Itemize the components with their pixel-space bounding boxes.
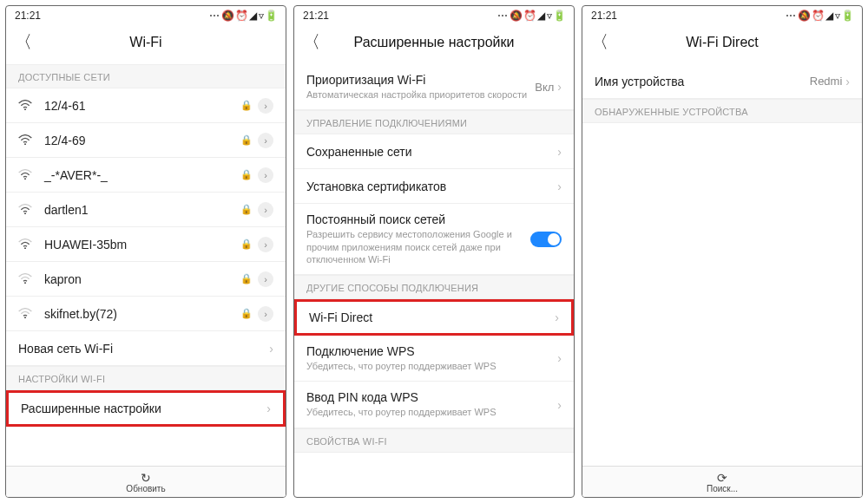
status-time: 21:21 bbox=[303, 10, 329, 22]
network-row[interactable]: kapron 🔒 › bbox=[6, 262, 286, 297]
chevron-right-icon: › bbox=[557, 80, 562, 94]
priority-value: Вкл bbox=[535, 81, 554, 94]
refresh-button[interactable]: ↻ Обновить bbox=[6, 466, 286, 497]
chevron-right-icon: › bbox=[557, 351, 562, 365]
scan-toggle[interactable] bbox=[530, 232, 562, 247]
screen-wifi: 21:21 ⋯ 🔕 ⏰ ◢ ▿ 🔋 〈 Wi-Fi ДОСТУПНЫЕ СЕТИ… bbox=[5, 5, 286, 498]
wifi-icon bbox=[18, 168, 36, 182]
network-row[interactable]: HUAWEI-35bm 🔒 › bbox=[6, 227, 286, 262]
new-network-label: Новая сеть Wi-Fi bbox=[18, 342, 269, 356]
chevron-right-icon: › bbox=[557, 145, 562, 159]
device-name-row[interactable]: Имя устройства Redmi › bbox=[582, 64, 862, 99]
network-name: _-*AVER*-_ bbox=[44, 168, 240, 182]
status-icons: ⋯ 🔕 ⏰ ◢ ▿ 🔋 bbox=[786, 10, 853, 22]
search-icon: ⟳ bbox=[717, 472, 727, 484]
svg-point-4 bbox=[24, 247, 26, 249]
search-button[interactable]: ⟳ Поиск... bbox=[582, 466, 862, 497]
section-available: ДОСТУПНЫЕ СЕТИ bbox=[6, 64, 286, 88]
refresh-icon: ↻ bbox=[141, 472, 151, 484]
advanced-settings-row[interactable]: Расширенные настройки › bbox=[6, 390, 286, 427]
lock-icon: 🔒 bbox=[240, 273, 253, 284]
network-row[interactable]: _-*AVER*-_ 🔒 › bbox=[6, 158, 286, 193]
network-name: 12/4-61 bbox=[44, 99, 240, 113]
chevron-right-icon[interactable]: › bbox=[258, 237, 273, 252]
chevron-right-icon[interactable]: › bbox=[258, 98, 273, 114]
network-name: kapron bbox=[44, 272, 240, 286]
section-props: СВОЙСТВА WI-FI bbox=[294, 428, 574, 453]
section-found: ОБНАРУЖЕННЫЕ УСТРОЙСТВА bbox=[582, 99, 862, 123]
chevron-right-icon: › bbox=[557, 398, 562, 412]
status-time: 21:21 bbox=[591, 10, 617, 22]
svg-point-1 bbox=[24, 143, 26, 145]
lock-icon: 🔒 bbox=[240, 238, 253, 250]
wps-row[interactable]: Подключение WPS Убедитесь, что роутер по… bbox=[294, 336, 574, 382]
svg-point-5 bbox=[24, 282, 26, 284]
chevron-right-icon[interactable]: › bbox=[258, 167, 273, 183]
install-certs-row[interactable]: Установка сертификатов › bbox=[294, 169, 574, 204]
always-scan-row[interactable]: Постоянный поиск сетей Разрешить сервису… bbox=[294, 204, 574, 275]
wifi-icon bbox=[18, 272, 36, 286]
priority-row[interactable]: Приоритизация Wi-Fi Автоматическая настр… bbox=[294, 64, 574, 110]
search-label: Поиск... bbox=[707, 484, 738, 493]
priority-sub: Автоматическая настройка приоритетов ско… bbox=[306, 88, 535, 101]
lock-icon: 🔒 bbox=[240, 100, 253, 111]
status-bar: 21:21 ⋯ 🔕 ⏰ ◢ ▿ 🔋 bbox=[582, 6, 862, 23]
screen-wifi-direct: 21:21 ⋯ 🔕 ⏰ ◢ ▿ 🔋 〈 Wi-Fi Direct Имя уст… bbox=[582, 5, 863, 498]
page-title: Расширенные настройки bbox=[303, 35, 565, 50]
wifi-direct-label: Wi-Fi Direct bbox=[309, 310, 555, 324]
wps-pin-row[interactable]: Ввод PIN кода WPS Убедитесь, что роутер … bbox=[294, 382, 574, 428]
device-name-label: Имя устройства bbox=[595, 75, 810, 88]
chevron-right-icon: › bbox=[266, 402, 271, 415]
advanced-label: Расширенные настройки bbox=[21, 402, 266, 415]
svg-point-6 bbox=[24, 317, 26, 318]
wifi-icon bbox=[18, 238, 36, 252]
svg-point-2 bbox=[24, 178, 26, 180]
section-settings: НАСТРОЙКИ WI-FI bbox=[6, 366, 286, 390]
section-conn: УПРАВЛЕНИЕ ПОДКЛЮЧЕНИЯМИ bbox=[294, 110, 574, 134]
network-row[interactable]: skifnet.by(72) 🔒 › bbox=[6, 297, 286, 331]
lock-icon: 🔒 bbox=[240, 308, 253, 319]
chevron-right-icon[interactable]: › bbox=[258, 133, 273, 148]
header: 〈 Wi-Fi bbox=[6, 23, 286, 64]
saved-networks-row[interactable]: Сохраненные сети › bbox=[294, 134, 574, 169]
wifi-icon bbox=[18, 134, 36, 147]
header: 〈 Wi-Fi Direct bbox=[582, 23, 862, 64]
wps-label: Подключение WPS bbox=[306, 344, 557, 358]
chevron-right-icon[interactable]: › bbox=[258, 202, 273, 218]
scan-sub: Разрешить сервису местоположения Google … bbox=[306, 228, 530, 265]
network-name: HUAWEI-35bm bbox=[44, 238, 240, 252]
new-network-row[interactable]: Новая сеть Wi-Fi › bbox=[6, 331, 286, 366]
saved-label: Сохраненные сети bbox=[306, 145, 557, 159]
network-row[interactable]: 12/4-61 🔒 › bbox=[6, 88, 286, 123]
header: 〈 Расширенные настройки bbox=[294, 23, 574, 64]
chevron-right-icon[interactable]: › bbox=[258, 306, 273, 322]
network-name: 12/4-69 bbox=[44, 134, 240, 147]
certs-label: Установка сертификатов bbox=[306, 180, 557, 193]
lock-icon: 🔒 bbox=[240, 169, 253, 180]
section-other: ДРУГИЕ СПОСОБЫ ПОДКЛЮЧЕНИЯ bbox=[294, 275, 574, 299]
status-icons: ⋯ 🔕 ⏰ ◢ ▿ 🔋 bbox=[497, 10, 565, 22]
chevron-right-icon: › bbox=[269, 342, 273, 356]
svg-point-3 bbox=[24, 212, 26, 214]
network-row[interactable]: dartlen1 🔒 › bbox=[6, 193, 286, 227]
svg-point-0 bbox=[24, 108, 26, 110]
chevron-right-icon: › bbox=[557, 180, 562, 193]
wifi-icon bbox=[18, 307, 36, 321]
wifi-direct-row[interactable]: Wi-Fi Direct › bbox=[294, 299, 574, 336]
status-icons: ⋯ 🔕 ⏰ ◢ ▿ 🔋 bbox=[209, 10, 277, 22]
lock-icon: 🔒 bbox=[240, 134, 253, 146]
wifi-icon bbox=[18, 203, 36, 217]
network-row[interactable]: 12/4-69 🔒 › bbox=[6, 123, 286, 158]
chevron-right-icon: › bbox=[555, 310, 559, 324]
scan-label: Постоянный поиск сетей bbox=[306, 212, 530, 226]
wps-pin-sub: Убедитесь, что роутер поддерживает WPS bbox=[306, 406, 557, 418]
lock-icon: 🔒 bbox=[240, 204, 253, 215]
status-time: 21:21 bbox=[15, 10, 41, 22]
priority-label: Приоритизация Wi-Fi bbox=[306, 73, 535, 87]
chevron-right-icon: › bbox=[845, 75, 850, 88]
wps-pin-label: Ввод PIN кода WPS bbox=[306, 390, 557, 404]
screen-advanced: 21:21 ⋯ 🔕 ⏰ ◢ ▿ 🔋 〈 Расширенные настройк… bbox=[293, 5, 575, 498]
network-name: dartlen1 bbox=[44, 203, 240, 217]
chevron-right-icon[interactable]: › bbox=[258, 271, 273, 287]
page-title: Wi-Fi Direct bbox=[591, 35, 853, 50]
